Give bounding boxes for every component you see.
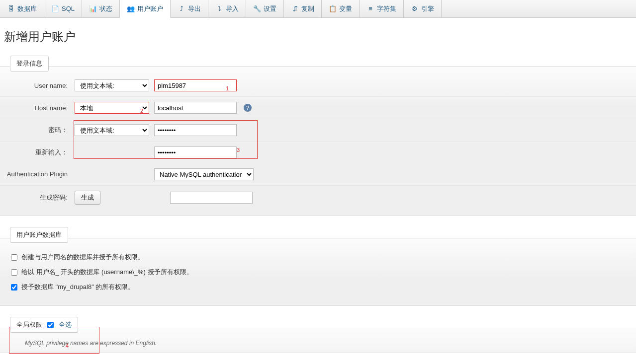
charset-icon: ≡	[366, 5, 374, 13]
replication-icon: ⇵	[291, 5, 299, 13]
grant-prefix-db-label: 给以 用户名_ 开头的数据库 (username\_%) 授予所有权限。	[21, 268, 193, 277]
status-icon: 📊	[89, 5, 97, 13]
tab-import[interactable]: ⤵导入	[208, 0, 246, 17]
username-label: User name:	[0, 82, 75, 89]
annotation-1: 1	[226, 85, 229, 91]
password-label: 密码：	[0, 126, 75, 135]
tab-engines[interactable]: ⚙引擎	[404, 0, 442, 17]
grant-prefix-db-checkbox[interactable]	[11, 269, 17, 276]
username-input[interactable]	[154, 79, 237, 91]
create-samename-db-checkbox[interactable]	[11, 254, 17, 261]
password-input[interactable]	[154, 124, 237, 136]
login-info-section: 登录信息 User name: 使用文本域: 1 Host name: 本地 2…	[0, 59, 636, 216]
hostname-input[interactable]	[154, 102, 237, 114]
hostname-type-select[interactable]: 本地	[75, 102, 149, 114]
settings-icon: 🔧	[253, 5, 261, 13]
sql-icon: 📄	[51, 5, 59, 13]
users-icon: 👥	[127, 5, 135, 13]
export-icon: ⤴	[178, 5, 185, 13]
top-nav: 🗄数据库 📄SQL 📊状态 👥用户账户 ⤴导出 ⤵导入 🔧设置 ⇵复制 📋变量 …	[0, 0, 636, 18]
password-type-select[interactable]: 使用文本域:	[75, 124, 149, 136]
tab-charsets[interactable]: ≡字符集	[360, 0, 404, 17]
page-title: 新增用户账户	[0, 18, 636, 59]
retype-label: 重新输入：	[0, 148, 75, 157]
tab-replication[interactable]: ⇵复制	[284, 0, 322, 17]
login-info-legend: 登录信息	[10, 56, 49, 72]
privileges-footnote: MySQL privilege names are expressed in E…	[0, 336, 636, 347]
user-db-legend: 用户账户数据库	[10, 227, 68, 243]
help-icon[interactable]: ?	[244, 104, 252, 112]
annotation-4: 4	[66, 343, 69, 349]
username-type-select[interactable]: 使用文本域:	[75, 79, 149, 91]
annotation-3: 3	[237, 147, 240, 153]
tab-sql[interactable]: 📄SQL	[44, 0, 82, 17]
auth-plugin-select[interactable]: Native MySQL authentication	[154, 168, 254, 180]
select-all-checkbox[interactable]	[47, 322, 54, 328]
generate-password-button[interactable]: 生成	[75, 191, 100, 205]
tab-status[interactable]: 📊状态	[82, 0, 120, 17]
global-privileges-section: 全局权限 全选 4 MySQL privilege names are expr…	[0, 320, 636, 353]
tab-variables[interactable]: 📋变量	[322, 0, 360, 17]
tab-settings[interactable]: 🔧设置	[246, 0, 284, 17]
gen-password-label: 生成密码:	[0, 193, 75, 202]
global-privileges-legend: 全局权限 全选	[10, 317, 78, 333]
retype-input[interactable]	[154, 146, 237, 158]
annotation-2: 2	[140, 108, 143, 114]
variables-icon: 📋	[329, 5, 337, 13]
grant-specific-db-label: 授予数据库 "my_drupal8" 的所有权限。	[21, 283, 134, 291]
tab-export[interactable]: ⤴导出	[171, 0, 208, 17]
user-db-section: 用户账户数据库 创建与用户同名的数据库并授予所有权限。 给以 用户名_ 开头的数…	[0, 230, 636, 306]
select-all-link[interactable]: 全选	[59, 320, 72, 329]
tab-user-accounts[interactable]: 👥用户账户	[120, 0, 171, 18]
grant-specific-db-checkbox[interactable]	[11, 284, 17, 291]
import-icon: ⤵	[215, 5, 223, 13]
generated-password-input[interactable]	[170, 192, 253, 204]
hostname-label: Host name:	[0, 104, 75, 112]
tab-databases[interactable]: 🗄数据库	[0, 0, 44, 17]
engine-icon: ⚙	[411, 5, 419, 13]
create-samename-db-label: 创建与用户同名的数据库并授予所有权限。	[21, 253, 144, 262]
auth-plugin-label: Authentication Plugin	[0, 170, 75, 179]
database-icon: 🗄	[7, 5, 15, 13]
